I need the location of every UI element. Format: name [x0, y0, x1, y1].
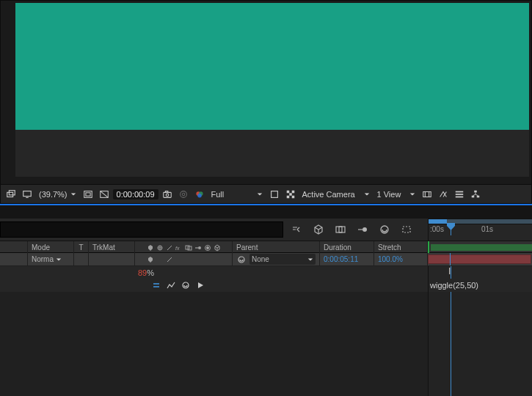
- switch-3d-icon[interactable]: [213, 243, 222, 252]
- layer-bar-track[interactable]: [428, 253, 532, 265]
- property-graph-area[interactable]: I: [428, 266, 532, 279]
- snapshot-icon[interactable]: [160, 187, 175, 202]
- layer-duration-cell[interactable]: 0:00:05:11: [320, 253, 374, 265]
- layer-duration-value: 0:00:05:11: [324, 255, 358, 263]
- col-stretch-header[interactable]: Stretch: [374, 241, 428, 254]
- always-preview-icon[interactable]: [4, 187, 18, 202]
- switch-motionblur-icon[interactable]: [194, 243, 203, 252]
- frame-blend-icon[interactable]: [333, 222, 348, 237]
- layer-switches: [135, 253, 233, 265]
- layer-row[interactable]: Norma None: [0, 253, 532, 266]
- timeline-panel: :00s 01s Mode T TrkMat fx Parent Duratio…: [0, 219, 532, 396]
- expression-field[interactable]: wiggle(25,50): [428, 279, 532, 292]
- col-mode-label: Mode: [32, 243, 50, 252]
- svg-rect-20: [286, 195, 289, 198]
- layer-fx-toggle[interactable]: [175, 255, 183, 264]
- layer-shy-toggle[interactable]: [146, 255, 155, 264]
- opacity-value: 89: [138, 268, 147, 277]
- switch-quality-icon[interactable]: [165, 243, 174, 252]
- flowchart-icon[interactable]: [468, 187, 483, 202]
- playhead-line-body: [451, 292, 451, 396]
- motion-blur-icon[interactable]: [355, 222, 370, 237]
- zoom-dropdown[interactable]: (39.7%): [36, 187, 79, 202]
- fast-previews-icon[interactable]: [436, 187, 451, 202]
- color-management-icon[interactable]: [192, 187, 207, 202]
- resolution-dropdown[interactable]: Full: [208, 187, 266, 202]
- viewer-canvas[interactable]: [15, 3, 529, 177]
- pickwhip-icon[interactable]: [236, 254, 247, 265]
- blend-mode-dropdown[interactable]: Norma: [32, 255, 70, 263]
- mask-visibility-icon[interactable]: [97, 187, 112, 202]
- panel-focus-indicator: [0, 204, 532, 205]
- transparency-grid-icon[interactable]: [283, 187, 298, 202]
- time-ruler[interactable]: :00s 01s: [429, 224, 532, 235]
- col-trkmat-header[interactable]: TrkMat: [89, 241, 135, 254]
- shy-icon[interactable]: [399, 222, 414, 237]
- property-value[interactable]: 89%: [138, 268, 154, 277]
- comp-mini-flow-icon[interactable]: [289, 222, 304, 237]
- comp-duration-bar: [431, 244, 532, 251]
- pixel-aspect-icon[interactable]: [420, 187, 434, 202]
- svg-rect-2: [23, 191, 32, 196]
- text-cursor-icon: I: [448, 266, 451, 276]
- layer-bar[interactable]: [428, 254, 531, 264]
- svg-line-32: [473, 194, 475, 196]
- safe-zones-icon[interactable]: [81, 187, 95, 202]
- layer-adjust-toggle[interactable]: [203, 255, 212, 264]
- layer-frameblend-toggle[interactable]: [184, 255, 193, 264]
- work-area-bar[interactable]: [429, 219, 532, 224]
- layer-t-cell[interactable]: [74, 253, 89, 265]
- svg-rect-21: [291, 195, 294, 198]
- layer-collapse-toggle[interactable]: [156, 255, 164, 264]
- col-duration-header[interactable]: Duration: [320, 241, 374, 254]
- expression-graph-icon[interactable]: [165, 279, 177, 291]
- col-t-header[interactable]: T: [74, 241, 89, 254]
- switch-shy-icon[interactable]: [146, 243, 155, 252]
- view-dropdown[interactable]: 1 View: [374, 187, 418, 202]
- switch-adjust-icon[interactable]: [203, 243, 212, 252]
- svg-point-48: [238, 257, 244, 263]
- expression-pickwhip-icon[interactable]: [180, 279, 192, 291]
- graph-editor-icon[interactable]: [377, 222, 392, 237]
- col-parent-header[interactable]: Parent: [233, 241, 320, 254]
- resolution-value: Full: [211, 190, 225, 199]
- layer-3d-toggle[interactable]: [213, 255, 222, 264]
- draft-3d-icon[interactable]: [311, 222, 326, 237]
- show-channel-icon[interactable]: [176, 187, 191, 202]
- blend-mode-value: Norma: [32, 255, 54, 263]
- timeline-top-icons: [283, 219, 428, 241]
- expression-enable-icon[interactable]: [150, 279, 162, 291]
- current-time-display[interactable]: 0:00:00:09: [113, 189, 158, 199]
- timeline-topbar: :00s 01s: [0, 219, 532, 241]
- region-of-interest-icon[interactable]: [267, 187, 282, 202]
- svg-point-12: [182, 193, 185, 196]
- timeline-button-icon[interactable]: [452, 187, 467, 202]
- work-area-range[interactable]: [429, 219, 447, 224]
- col-timeline-area: [428, 241, 532, 254]
- switch-fx-icon[interactable]: fx: [175, 243, 183, 252]
- column-headers: Mode T TrkMat fx Parent Duration Stretch: [0, 241, 532, 253]
- cti-marker[interactable]: [451, 224, 451, 235]
- layer-trkmat-cell[interactable]: [89, 253, 135, 265]
- layer-motionblur-toggle[interactable]: [194, 255, 203, 264]
- expression-language-menu-icon[interactable]: [194, 279, 206, 291]
- in-marker: [428, 241, 429, 254]
- timeline-body-left[interactable]: [0, 292, 428, 396]
- parent-dropdown[interactable]: None: [249, 254, 316, 265]
- camera-dropdown[interactable]: Active Camera: [299, 187, 373, 202]
- layer-stretch-cell[interactable]: 100.0%: [374, 253, 428, 265]
- panel-gap: [0, 204, 532, 219]
- col-mode-header[interactable]: Mode: [28, 241, 74, 254]
- col-trkmat-label: TrkMat: [92, 243, 115, 252]
- switch-collapse-icon[interactable]: [156, 243, 164, 252]
- layer-stretch-value: 100.0%: [378, 255, 403, 263]
- time-ruler-container: :00s 01s: [428, 219, 532, 241]
- layer-mode-cell[interactable]: Norma: [28, 253, 74, 265]
- col-t-label: T: [79, 243, 83, 252]
- switch-frameblend-icon[interactable]: [184, 243, 193, 252]
- timeline-body-right[interactable]: [428, 292, 532, 396]
- col-duration-label: Duration: [324, 243, 351, 252]
- timeline-search-input[interactable]: [0, 221, 283, 238]
- monitor-icon[interactable]: [20, 187, 34, 202]
- layer-quality-toggle[interactable]: [165, 255, 174, 264]
